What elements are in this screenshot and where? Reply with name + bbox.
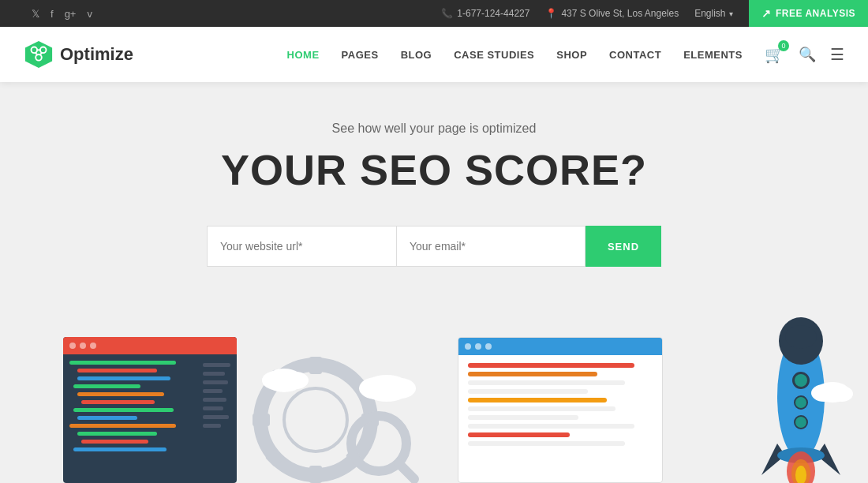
search-icon[interactable]: 🔍 [799, 46, 816, 63]
social-links: 𝕏 f g+ v [32, 8, 92, 20]
nav-item-pages[interactable]: PAGES [342, 47, 379, 62]
code-window-illustration [32, 337, 237, 483]
hero-section: See how well your page is optimized YOUR… [0, 82, 868, 483]
nav-item-shop[interactable]: SHOP [556, 47, 587, 62]
hero-title: YOUR SEO SCORE? [16, 145, 852, 194]
hero-form: SEND [16, 226, 852, 267]
twitter-icon[interactable]: 𝕏 [32, 8, 39, 20]
email-input[interactable] [396, 226, 586, 267]
logo-icon [24, 39, 54, 69]
nav-item-elements[interactable]: ELEMENTS [683, 47, 743, 62]
browser-window-illustration [458, 337, 671, 483]
svg-rect-11 [253, 414, 270, 426]
svg-point-21 [283, 372, 309, 389]
rocket-illustration [746, 317, 856, 483]
cart-count: 0 [781, 42, 785, 50]
phone-info: 📞 1-677-124-44227 [441, 8, 529, 19]
phone-number: 1-677-124-44227 [457, 8, 529, 19]
nav-right: 🛒 0 🔍 ☰ [765, 45, 844, 64]
svg-rect-9 [309, 357, 322, 374]
nav-link-shop[interactable]: SHOP [556, 49, 587, 61]
nav-link-pages[interactable]: PAGES [342, 49, 379, 61]
free-analysis-label: Free Analysis [776, 8, 855, 19]
nav-item-home[interactable]: HOME [287, 47, 320, 62]
logo-text: Optimize [60, 44, 133, 65]
nav-item-case-studies[interactable]: CASE STUDIES [454, 47, 534, 62]
nav-link-contact[interactable]: CONTACT [609, 49, 661, 61]
svg-point-29 [795, 374, 807, 387]
url-input[interactable] [207, 226, 396, 267]
cart-badge: 0 [778, 40, 789, 51]
chevron-down-icon: ▾ [729, 9, 733, 18]
language-label: English [694, 8, 725, 19]
nav-link-home[interactable]: HOME [287, 49, 320, 61]
hero-subtitle: See how well your page is optimized [16, 122, 852, 136]
free-analysis-button[interactable]: ↗ Free Analysis [749, 0, 868, 27]
svg-point-42 [831, 386, 853, 402]
svg-point-31 [795, 397, 806, 408]
cart-button[interactable]: 🛒 0 [765, 45, 784, 64]
google-plus-icon[interactable]: g+ [65, 8, 77, 20]
gear-search-illustration [213, 317, 466, 483]
nav-link-elements[interactable]: ELEMENTS [683, 49, 743, 61]
svg-line-18 [398, 463, 414, 479]
address-text: 437 S Olive St, Los Angeles [561, 8, 679, 19]
logo[interactable]: Optimize [24, 39, 133, 69]
address-info: 📍 437 S Olive St, Los Angeles [545, 8, 679, 19]
hamburger-icon[interactable]: ☰ [830, 45, 844, 64]
nav-link-case-studies[interactable]: CASE STUDIES [454, 49, 534, 61]
nav-link-blog[interactable]: BLOG [401, 49, 432, 61]
location-icon: 📍 [545, 8, 557, 19]
vimeo-icon[interactable]: v [87, 8, 92, 20]
nav-item-blog[interactable]: BLOG [401, 47, 432, 62]
send-button[interactable]: SEND [586, 226, 661, 267]
nav-links: HOME PAGES BLOG CASE STUDIES SHOP CONTAC… [287, 47, 743, 62]
svg-rect-10 [309, 466, 322, 483]
svg-point-24 [384, 378, 416, 399]
phone-icon: 📞 [441, 8, 453, 19]
language-selector[interactable]: English ▾ [694, 8, 732, 19]
nav-item-contact[interactable]: CONTACT [609, 47, 661, 62]
svg-point-27 [785, 325, 817, 349]
svg-point-8 [284, 388, 347, 451]
navbar: Optimize HOME PAGES BLOG CASE STUDIES SH… [0, 27, 868, 82]
trend-icon: ↗ [761, 7, 772, 20]
facebook-icon[interactable]: f [51, 8, 54, 20]
svg-point-33 [795, 417, 806, 428]
top-bar: 𝕏 f g+ v 📞 1-677-124-44227 📍 437 S Olive… [0, 0, 868, 27]
top-bar-right: 📞 1-677-124-44227 📍 437 S Olive St, Los … [441, 0, 868, 27]
